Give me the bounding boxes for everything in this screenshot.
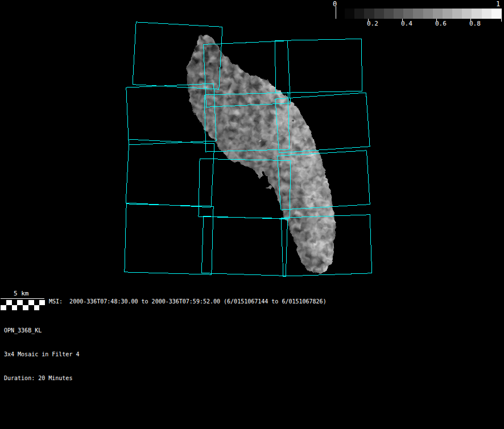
scale-bar-label: 5 km	[14, 290, 29, 297]
scale-bar-line	[1, 298, 44, 299]
colorbar-step	[443, 9, 453, 19]
colorbar-step	[472, 9, 482, 19]
colorbar-tick-label: 0.4	[401, 20, 412, 27]
colorbar-step	[374, 9, 385, 19]
colorbar-step	[491, 9, 502, 19]
colorbar-step	[384, 9, 394, 19]
scale-bar-checker-cell	[34, 305, 40, 310]
colorbar-step	[462, 9, 472, 19]
colorbar-step	[482, 9, 492, 19]
colorbar-step	[394, 9, 404, 19]
colorbar-zero-line	[336, 6, 336, 19]
scale-bar-checker-cell	[17, 305, 23, 310]
scale-bar-checker-cell	[28, 305, 34, 310]
colorbar-max-label: 1	[496, 1, 500, 8]
colorbar-min-label: 0	[333, 1, 337, 8]
colorbar-step	[364, 9, 374, 19]
colorbar-end-tick	[501, 19, 502, 22]
scale-bar	[1, 298, 45, 310]
mosaic-footprint-rect	[126, 139, 214, 207]
colorbar-step	[354, 9, 365, 19]
colorbar-tick-label: 0.6	[435, 20, 447, 27]
mosaic-description: 3x4 Mosaic in Filter 4	[4, 351, 79, 359]
mosaic-footprint-rect	[201, 216, 287, 276]
scale-bar-checker-cell	[39, 300, 45, 305]
mosaic-footprint-rect	[125, 204, 213, 274]
colorbar-tick-label: 0.8	[469, 20, 481, 27]
scale-bar-checker-cell	[1, 300, 6, 305]
colorbar-step	[345, 9, 355, 19]
msi-status-line: MSI: 2000-336T07:48:30.00 to 2000-336T07…	[49, 298, 327, 305]
scale-bar-checker-cell	[23, 305, 28, 310]
sequence-id: OPN_336B_KL	[4, 327, 79, 335]
colorbar-step	[433, 9, 443, 19]
scale-bar-checker-cell	[34, 300, 40, 305]
duration-label: Duration: 20 Minutes	[4, 374, 79, 382]
scale-bar-checker-cell	[17, 300, 23, 305]
viewport: 5 km MSI: 2000-336T07:48:30.00 to 2000-3…	[0, 0, 504, 429]
colorbar-step	[452, 9, 462, 19]
scale-bar-checker-cell	[28, 300, 34, 305]
scale-bar-checker-cell	[12, 305, 18, 310]
scale-bar-checker-cell	[12, 300, 18, 305]
scale-bar-checker-cell	[23, 300, 28, 305]
scale-bar-checker-cell	[1, 305, 6, 310]
scale-bar-checker-cell	[6, 305, 12, 310]
colorbar-tick-label: 0.2	[367, 20, 378, 27]
scale-bar-checker-cell	[6, 300, 12, 305]
colorbar-step	[413, 9, 423, 19]
colorbar-step	[403, 9, 414, 19]
colorbar-step	[423, 9, 433, 19]
scale-bar-checker-cell	[39, 305, 45, 310]
colorbar	[336, 6, 502, 22]
info-block: OPN_336B_KL 3x4 Mosaic in Filter 4 Durat…	[4, 311, 79, 398]
